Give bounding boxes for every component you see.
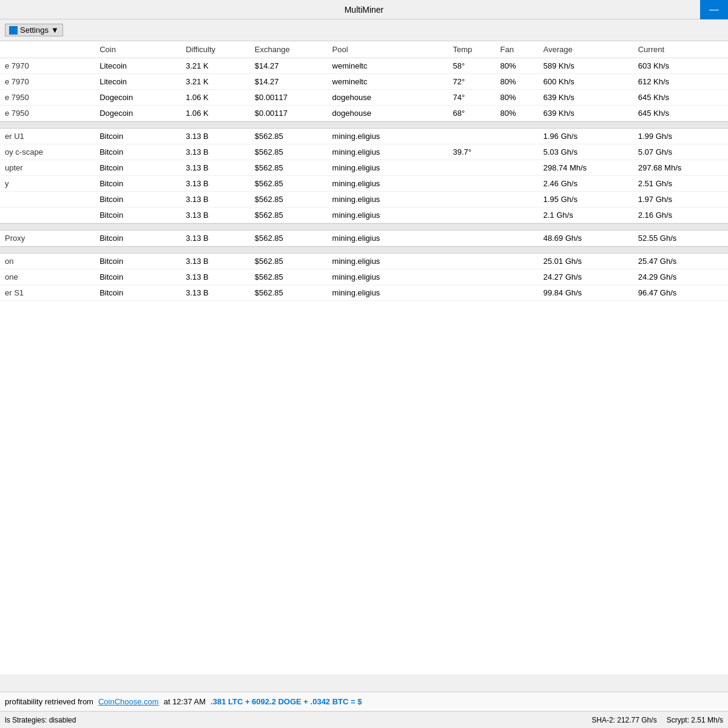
- profitability-prefix: profitability retrieved from: [5, 697, 93, 706]
- cell-temp: [448, 207, 495, 223]
- cell-current: 645 Kh/s: [633, 106, 728, 121]
- section-divider-1: [0, 121, 728, 129]
- cell-temp: 39.7°: [448, 144, 495, 160]
- cell-device: er U1: [0, 129, 95, 144]
- cell-fan: 80%: [496, 58, 539, 74]
- scrypt-status: Scrypt: 2.51 Mh/s: [667, 716, 723, 724]
- settings-label: Settings: [20, 25, 49, 35]
- cell-device: [0, 192, 95, 207]
- header-exchange: Exchange: [250, 41, 328, 58]
- cell-difficulty: 3.21 K: [181, 58, 250, 74]
- cell-temp: [448, 192, 495, 207]
- cell-average: 2.1 Gh/s: [539, 207, 633, 223]
- settings-button[interactable]: Settings ▼: [5, 24, 63, 36]
- settings-dropdown-arrow: ▼: [51, 25, 59, 35]
- cell-coin: Bitcoin: [95, 231, 181, 246]
- footer-bar: profitability retrieved from CoinChoose.…: [0, 692, 728, 711]
- cell-exchange: $562.85: [250, 144, 328, 160]
- table-row: Proxy Bitcoin 3.13 B $562.85 mining.elig…: [0, 231, 728, 246]
- cell-average: 1.95 Gh/s: [539, 192, 633, 207]
- header-current: Current: [633, 41, 728, 58]
- cell-exchange: $562.85: [250, 160, 328, 176]
- cell-exchange: $562.85: [250, 192, 328, 207]
- settings-icon: [9, 26, 18, 35]
- minimize-button[interactable]: —: [700, 0, 728, 19]
- table-row: y Bitcoin 3.13 B $562.85 mining.eligius …: [0, 176, 728, 192]
- header-coin: Coin: [95, 41, 181, 58]
- cell-coin: Dogecoin: [95, 90, 181, 106]
- cell-exchange: $14.27: [250, 74, 328, 90]
- header-difficulty: Difficulty: [181, 41, 250, 58]
- cell-current: 612 Kh/s: [633, 74, 728, 90]
- table-header-row: Coin Difficulty Exchange Pool Temp Fan A…: [0, 41, 728, 58]
- cell-fan: [496, 160, 539, 176]
- cell-current: 603 Kh/s: [633, 58, 728, 74]
- cell-temp: [448, 176, 495, 192]
- cell-coin: Bitcoin: [95, 285, 181, 301]
- cell-current: 24.29 Gh/s: [633, 269, 728, 285]
- cell-current: 1.99 Gh/s: [633, 129, 728, 144]
- table-row: er S1 Bitcoin 3.13 B $562.85 mining.elig…: [0, 285, 728, 301]
- cell-coin: Bitcoin: [95, 176, 181, 192]
- cell-difficulty: 3.13 B: [181, 192, 250, 207]
- cell-device: y: [0, 176, 95, 192]
- cell-difficulty: 3.13 B: [181, 269, 250, 285]
- cell-coin: Bitcoin: [95, 160, 181, 176]
- cell-pool: mining.eligius: [328, 254, 448, 269]
- cell-device: e 7950: [0, 90, 95, 106]
- bitcoin-table-2: on Bitcoin 3.13 B $562.85 mining.eligius…: [0, 254, 728, 301]
- cell-device: on: [0, 254, 95, 269]
- section-divider-3: [0, 246, 728, 254]
- cell-current: 96.47 Gh/s: [633, 285, 728, 301]
- cell-exchange: $562.85: [250, 207, 328, 223]
- table-row: Bitcoin 3.13 B $562.85 mining.eligius 1.…: [0, 192, 728, 207]
- cell-exchange: $562.85: [250, 285, 328, 301]
- cell-current: 52.55 Gh/s: [633, 231, 728, 246]
- cell-current: 1.97 Gh/s: [633, 192, 728, 207]
- cell-device: e 7970: [0, 58, 95, 74]
- cell-pool: mining.eligius: [328, 176, 448, 192]
- cell-temp: 74°: [448, 90, 495, 106]
- cell-pool: mining.eligius: [328, 269, 448, 285]
- cell-temp: 68°: [448, 106, 495, 121]
- strategies-status: ls Strategies: disabled: [5, 716, 76, 724]
- cell-fan: [496, 231, 539, 246]
- toolbar: Settings ▼: [0, 19, 728, 41]
- section-divider-2: [0, 223, 728, 231]
- cell-exchange: $0.00117: [250, 90, 328, 106]
- cell-average: 1.96 Gh/s: [539, 129, 633, 144]
- cell-coin: Bitcoin: [95, 192, 181, 207]
- cell-temp: [448, 254, 495, 269]
- cell-difficulty: 3.13 B: [181, 160, 250, 176]
- cell-average: 99.84 Gh/s: [539, 285, 633, 301]
- cell-pool: wemineltc: [328, 74, 448, 90]
- cell-coin: Bitcoin: [95, 129, 181, 144]
- cell-difficulty: 3.13 B: [181, 231, 250, 246]
- cell-temp: [448, 269, 495, 285]
- profitability-suffix: at 12:37 AM: [164, 697, 206, 706]
- cell-pool: mining.eligius: [328, 192, 448, 207]
- table-row: upter Bitcoin 3.13 B $562.85 mining.elig…: [0, 160, 728, 176]
- cell-current: 2.51 Gh/s: [633, 176, 728, 192]
- title-controls: —: [700, 0, 728, 19]
- profit-highlight: .381 LTC + 6092.2 DOGE + .0342 BTC = $: [211, 697, 362, 706]
- cell-device: e 7970: [0, 74, 95, 90]
- cell-current: 25.47 Gh/s: [633, 254, 728, 269]
- cell-pool: dogehouse: [328, 106, 448, 121]
- cell-difficulty: 1.06 K: [181, 90, 250, 106]
- cell-exchange: $562.85: [250, 231, 328, 246]
- cell-temp: [448, 231, 495, 246]
- cell-average: 639 Kh/s: [539, 106, 633, 121]
- table-row: on Bitcoin 3.13 B $562.85 mining.eligius…: [0, 254, 728, 269]
- status-bar: ls Strategies: disabled SHA-2: 212.77 Gh…: [0, 711, 728, 728]
- cell-difficulty: 3.13 B: [181, 144, 250, 160]
- coinChoose-link[interactable]: CoinChoose.com: [98, 697, 159, 706]
- cell-coin: Bitcoin: [95, 207, 181, 223]
- cell-pool: mining.eligius: [328, 285, 448, 301]
- cell-average: 25.01 Gh/s: [539, 254, 633, 269]
- header-average: Average: [539, 41, 633, 58]
- table-row: one Bitcoin 3.13 B $562.85 mining.eligiu…: [0, 269, 728, 285]
- cell-coin: Litecoin: [95, 58, 181, 74]
- cell-difficulty: 3.13 B: [181, 207, 250, 223]
- cell-temp: [448, 129, 495, 144]
